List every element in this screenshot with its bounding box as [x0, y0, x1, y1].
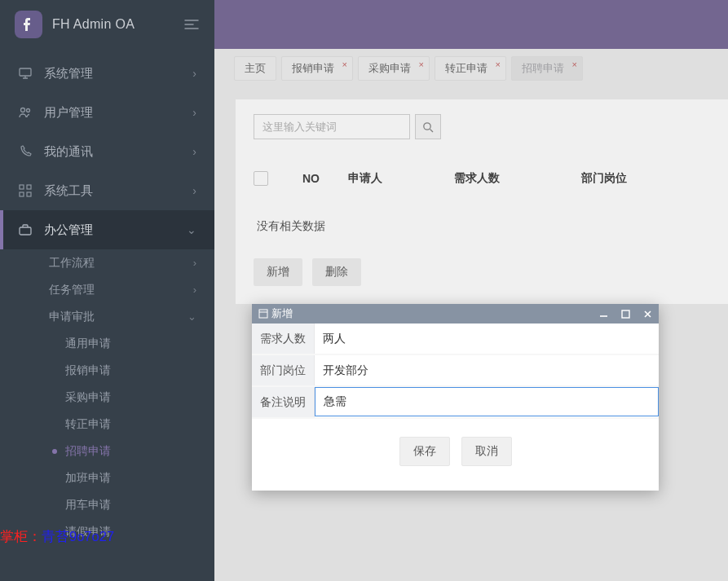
sidebar-toggle[interactable] — [183, 19, 200, 30]
nav-label: 用户管理 — [44, 105, 192, 121]
subnav-label: 工作流程 — [49, 256, 95, 271]
chevron-right-icon: › — [192, 106, 196, 119]
chevron-right-icon: › — [192, 184, 196, 197]
maximize-button[interactable] — [621, 310, 630, 319]
app-general[interactable]: 通用申请 — [65, 330, 214, 357]
app-overtime[interactable]: 加班申请 — [65, 464, 214, 491]
tab-purchase[interactable]: 采购申请× — [358, 56, 430, 81]
svg-rect-0 — [20, 68, 31, 76]
logo-row: FH Admin OA — [0, 0, 214, 49]
app-label: 采购申请 — [65, 390, 111, 405]
svg-rect-9 — [259, 310, 267, 318]
subsubnav-applications: 通用申请 报销申请 采购申请 转正申请 招聘申请 加班申请 用车申请 请假申请 — [49, 330, 214, 545]
app-label: 转正申请 — [65, 417, 111, 432]
close-button[interactable] — [643, 310, 652, 319]
minimize-button[interactable] — [599, 310, 608, 319]
tab-label: 招聘申请 — [522, 62, 564, 74]
add-button[interactable]: 新增 — [254, 258, 302, 286]
table: NO 申请人 需求人数 部门岗位 没有相关数据 — [236, 162, 728, 258]
empty-state: 没有相关数据 — [254, 195, 715, 258]
tab-label: 转正申请 — [445, 62, 488, 74]
tab-regular[interactable]: 转正申请× — [435, 56, 506, 81]
watermark-a: 掌柜： — [0, 529, 42, 544]
search-icon — [422, 121, 434, 133]
save-button[interactable]: 保存 — [399, 437, 450, 466]
field-input-note[interactable] — [315, 387, 659, 416]
modal-title: 新增 — [271, 307, 293, 321]
nav-users[interactable]: 用户管理 › — [0, 93, 214, 132]
app-label: 招聘申请 — [65, 444, 111, 459]
svg-rect-5 — [20, 192, 24, 196]
app-label: 通用申请 — [65, 337, 111, 351]
nav: 系统管理 › 用户管理 › 我的通讯 › 系统工具 › 办公管理 ⌄ 工作流程 — [0, 54, 214, 545]
col-applicant: 申请人 — [348, 171, 454, 186]
chevron-down-icon: ⌄ — [187, 223, 196, 236]
logo-icon — [15, 11, 42, 38]
subnav-tasks[interactable]: 任务管理 › — [49, 276, 214, 303]
svg-rect-6 — [27, 192, 31, 196]
close-icon[interactable]: × — [572, 59, 577, 69]
chevron-right-icon: › — [192, 145, 196, 158]
close-icon[interactable]: × — [496, 59, 501, 69]
nav-system[interactable]: 系统管理 › — [0, 54, 214, 93]
field-input-position[interactable] — [315, 355, 659, 385]
field-input-need[interactable] — [315, 324, 659, 354]
svg-point-2 — [27, 109, 30, 112]
subnav-office: 工作流程 › 任务管理 › 申请审批 ⌄ 通用申请 报销申请 采购申请 转正申请… — [0, 249, 214, 545]
app-car[interactable]: 用车申请 — [65, 491, 214, 518]
delete-button[interactable]: 删除 — [312, 258, 361, 286]
tab-label: 采购申请 — [368, 62, 411, 74]
operations: 新增 删除 — [236, 258, 728, 304]
close-icon[interactable]: × — [419, 59, 424, 69]
content-panel: NO 申请人 需求人数 部门岗位 没有相关数据 新增 删除 — [236, 99, 728, 304]
modal-new: 新增 需求人数 部门岗位 备注说明 保存 取消 — [252, 304, 659, 491]
form-row-position: 部门岗位 — [252, 355, 659, 387]
nav-office[interactable]: 办公管理 ⌄ — [0, 210, 214, 249]
subnav-workflow[interactable]: 工作流程 › — [49, 249, 214, 276]
briefcase-icon — [18, 222, 33, 237]
select-all-checkbox[interactable] — [254, 171, 302, 186]
app-label: 报销申请 — [65, 363, 111, 378]
col-position: 部门岗位 — [581, 171, 715, 186]
nav-label: 我的通讯 — [44, 144, 192, 160]
chevron-right-icon: › — [192, 67, 196, 80]
monitor-icon — [18, 66, 33, 81]
search-input[interactable] — [254, 114, 410, 139]
search-button[interactable] — [415, 114, 441, 139]
app-recruit[interactable]: 招聘申请 — [65, 438, 214, 464]
app-label: 加班申请 — [65, 471, 111, 486]
tabs: 主页 报销申请× 采购申请× 转正申请× 招聘申请× — [214, 55, 728, 81]
tab-label: 主页 — [245, 62, 266, 74]
cancel-button[interactable]: 取消 — [461, 437, 512, 466]
svg-point-1 — [21, 108, 25, 112]
subnav-approval[interactable]: 申请审批 ⌄ — [49, 303, 214, 330]
tab-expense[interactable]: 报销申请× — [281, 56, 353, 81]
modal-titlebar[interactable]: 新增 — [252, 304, 659, 324]
tab-label: 报销申请 — [292, 62, 334, 74]
nav-comm[interactable]: 我的通讯 › — [0, 132, 214, 171]
form-row-need: 需求人数 — [252, 324, 659, 355]
app-purchase[interactable]: 采购申请 — [65, 384, 214, 411]
form-row-note: 备注说明 — [252, 387, 659, 419]
table-head: NO 申请人 需求人数 部门岗位 — [254, 162, 715, 195]
app-label: 用车申请 — [65, 498, 111, 513]
watermark-b: 青苔9o7o27 — [42, 529, 114, 544]
close-icon[interactable]: × — [342, 59, 347, 69]
app-title: FH Admin OA — [52, 17, 135, 32]
grid-icon — [18, 183, 33, 198]
field-label-position: 部门岗位 — [252, 355, 315, 385]
svg-point-8 — [424, 122, 430, 129]
svg-rect-4 — [27, 185, 31, 189]
users-icon — [18, 105, 33, 120]
phone-icon — [18, 144, 33, 159]
nav-tools[interactable]: 系统工具 › — [0, 171, 214, 210]
tab-recruit[interactable]: 招聘申请× — [511, 56, 583, 81]
subnav-label: 任务管理 — [49, 283, 95, 297]
field-label-note: 备注说明 — [252, 387, 315, 417]
col-no: NO — [302, 172, 348, 185]
watermark: 掌柜：青苔9o7o27 — [0, 528, 114, 546]
app-regular[interactable]: 转正申请 — [65, 411, 214, 438]
app-expense[interactable]: 报销申请 — [65, 357, 214, 384]
tab-home[interactable]: 主页 — [234, 56, 276, 81]
chevron-right-icon: › — [193, 284, 196, 296]
